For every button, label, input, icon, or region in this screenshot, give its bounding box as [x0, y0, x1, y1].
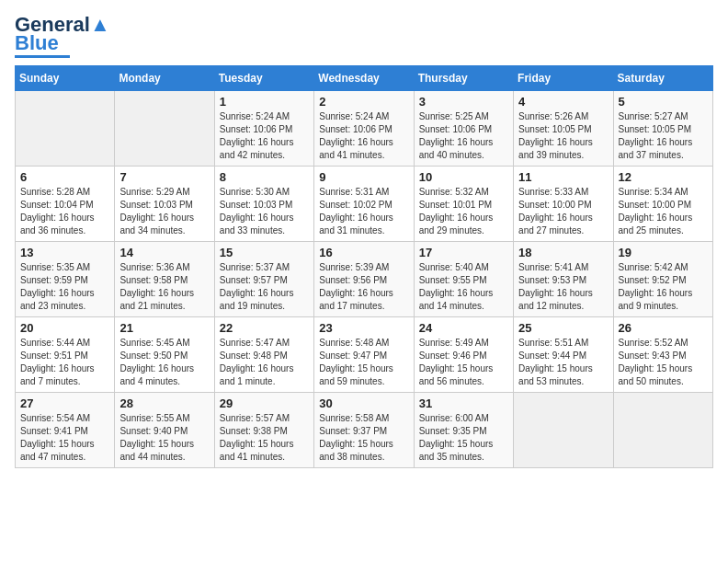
calendar-table: SundayMondayTuesdayWednesdayThursdayFrid… — [15, 65, 713, 468]
day-detail: Sunrise: 5:40 AM Sunset: 9:55 PM Dayligh… — [419, 261, 508, 313]
day-detail: Sunrise: 5:32 AM Sunset: 10:01 PM Daylig… — [419, 186, 508, 237]
day-detail: Sunrise: 5:39 AM Sunset: 9:56 PM Dayligh… — [319, 261, 408, 313]
day-cell: 5Sunrise: 5:27 AM Sunset: 10:05 PM Dayli… — [613, 91, 712, 167]
day-number: 22 — [220, 321, 309, 335]
day-cell: 27Sunrise: 5:54 AM Sunset: 9:41 PM Dayli… — [16, 393, 115, 468]
day-number: 6 — [20, 170, 109, 184]
day-cell: 20Sunrise: 5:44 AM Sunset: 9:51 PM Dayli… — [16, 317, 115, 393]
day-cell: 22Sunrise: 5:47 AM Sunset: 9:48 PM Dayli… — [214, 317, 313, 393]
day-detail: Sunrise: 5:31 AM Sunset: 10:02 PM Daylig… — [319, 186, 408, 237]
day-cell: 8Sunrise: 5:30 AM Sunset: 10:03 PM Dayli… — [214, 167, 313, 242]
day-number: 16 — [319, 246, 408, 259]
day-cell: 12Sunrise: 5:34 AM Sunset: 10:00 PM Dayl… — [613, 167, 712, 242]
header-wednesday: Wednesday — [314, 66, 414, 91]
day-number: 17 — [419, 246, 508, 259]
week-row-3: 13Sunrise: 5:35 AM Sunset: 9:59 PM Dayli… — [16, 242, 713, 317]
day-cell: 9Sunrise: 5:31 AM Sunset: 10:02 PM Dayli… — [314, 167, 414, 242]
day-cell: 1Sunrise: 5:24 AM Sunset: 10:06 PM Dayli… — [214, 91, 313, 167]
day-number: 11 — [518, 170, 608, 184]
day-cell: 3Sunrise: 5:25 AM Sunset: 10:06 PM Dayli… — [414, 91, 513, 167]
day-cell — [16, 91, 115, 167]
day-number: 28 — [119, 396, 209, 410]
day-number: 15 — [220, 246, 309, 259]
logo: General▲ Blue — [15, 15, 110, 58]
day-cell: 6Sunrise: 5:28 AM Sunset: 10:04 PM Dayli… — [16, 167, 115, 242]
header-saturday: Saturday — [613, 66, 712, 91]
day-cell: 2Sunrise: 5:24 AM Sunset: 10:06 PM Dayli… — [314, 91, 414, 167]
day-detail: Sunrise: 5:26 AM Sunset: 10:05 PM Daylig… — [518, 110, 608, 162]
header-friday: Friday — [514, 66, 613, 91]
day-number: 13 — [20, 246, 109, 259]
page-header: General▲ Blue — [15, 15, 713, 58]
day-cell: 31Sunrise: 6:00 AM Sunset: 9:35 PM Dayli… — [414, 393, 513, 468]
day-cell: 24Sunrise: 5:49 AM Sunset: 9:46 PM Dayli… — [414, 317, 513, 393]
day-number: 9 — [319, 170, 408, 184]
day-number: 24 — [419, 321, 508, 335]
day-detail: Sunrise: 5:35 AM Sunset: 9:59 PM Dayligh… — [20, 261, 109, 313]
day-number: 21 — [119, 321, 209, 335]
day-detail: Sunrise: 5:24 AM Sunset: 10:06 PM Daylig… — [220, 110, 309, 162]
day-detail: Sunrise: 5:27 AM Sunset: 10:05 PM Daylig… — [619, 110, 708, 162]
week-row-1: 1Sunrise: 5:24 AM Sunset: 10:06 PM Dayli… — [16, 91, 713, 167]
day-cell: 11Sunrise: 5:33 AM Sunset: 10:00 PM Dayl… — [514, 167, 613, 242]
week-row-4: 20Sunrise: 5:44 AM Sunset: 9:51 PM Dayli… — [16, 317, 713, 393]
day-detail: Sunrise: 5:45 AM Sunset: 9:50 PM Dayligh… — [119, 337, 209, 388]
day-number: 30 — [319, 396, 408, 410]
day-detail: Sunrise: 5:55 AM Sunset: 9:40 PM Dayligh… — [119, 412, 209, 464]
week-row-5: 27Sunrise: 5:54 AM Sunset: 9:41 PM Dayli… — [16, 393, 713, 468]
day-detail: Sunrise: 5:44 AM Sunset: 9:51 PM Dayligh… — [20, 337, 109, 388]
day-detail: Sunrise: 5:28 AM Sunset: 10:04 PM Daylig… — [20, 186, 109, 237]
day-detail: Sunrise: 5:48 AM Sunset: 9:47 PM Dayligh… — [319, 337, 408, 388]
day-detail: Sunrise: 5:33 AM Sunset: 10:00 PM Daylig… — [518, 186, 608, 237]
day-cell: 13Sunrise: 5:35 AM Sunset: 9:59 PM Dayli… — [16, 242, 115, 317]
day-cell: 15Sunrise: 5:37 AM Sunset: 9:57 PM Dayli… — [214, 242, 313, 317]
logo-text-blue: Blue — [15, 33, 59, 53]
day-number: 19 — [619, 246, 708, 259]
day-cell: 4Sunrise: 5:26 AM Sunset: 10:05 PM Dayli… — [514, 91, 613, 167]
day-number: 29 — [220, 396, 309, 410]
day-number: 2 — [319, 95, 408, 109]
day-cell: 23Sunrise: 5:48 AM Sunset: 9:47 PM Dayli… — [314, 317, 414, 393]
day-detail: Sunrise: 5:29 AM Sunset: 10:03 PM Daylig… — [119, 186, 209, 237]
day-detail: Sunrise: 5:57 AM Sunset: 9:38 PM Dayligh… — [220, 412, 309, 464]
day-cell — [514, 393, 613, 468]
day-number: 14 — [119, 246, 209, 259]
day-cell: 28Sunrise: 5:55 AM Sunset: 9:40 PM Dayli… — [115, 393, 214, 468]
logo-underline — [15, 55, 70, 58]
day-number: 18 — [518, 246, 608, 259]
day-number: 20 — [20, 321, 109, 335]
day-cell: 14Sunrise: 5:36 AM Sunset: 9:58 PM Dayli… — [115, 242, 214, 317]
day-number: 31 — [419, 396, 508, 410]
day-detail: Sunrise: 5:54 AM Sunset: 9:41 PM Dayligh… — [20, 412, 109, 464]
day-cell — [115, 91, 214, 167]
day-detail: Sunrise: 6:00 AM Sunset: 9:35 PM Dayligh… — [419, 412, 508, 464]
day-number: 25 — [518, 321, 608, 335]
header-sunday: Sunday — [16, 66, 115, 91]
day-detail: Sunrise: 5:25 AM Sunset: 10:06 PM Daylig… — [419, 110, 508, 162]
day-cell: 26Sunrise: 5:52 AM Sunset: 9:43 PM Dayli… — [613, 317, 712, 393]
day-cell: 21Sunrise: 5:45 AM Sunset: 9:50 PM Dayli… — [115, 317, 214, 393]
day-number: 4 — [518, 95, 608, 109]
week-row-2: 6Sunrise: 5:28 AM Sunset: 10:04 PM Dayli… — [16, 167, 713, 242]
day-number: 10 — [419, 170, 508, 184]
day-detail: Sunrise: 5:58 AM Sunset: 9:37 PM Dayligh… — [319, 412, 408, 464]
calendar-header-row: SundayMondayTuesdayWednesdayThursdayFrid… — [16, 66, 713, 91]
day-number: 7 — [119, 170, 209, 184]
day-detail: Sunrise: 5:34 AM Sunset: 10:00 PM Daylig… — [619, 186, 708, 237]
day-cell: 10Sunrise: 5:32 AM Sunset: 10:01 PM Dayl… — [414, 167, 513, 242]
day-detail: Sunrise: 5:30 AM Sunset: 10:03 PM Daylig… — [220, 186, 309, 237]
day-detail: Sunrise: 5:24 AM Sunset: 10:06 PM Daylig… — [319, 110, 408, 162]
day-detail: Sunrise: 5:51 AM Sunset: 9:44 PM Dayligh… — [518, 337, 608, 388]
day-detail: Sunrise: 5:42 AM Sunset: 9:52 PM Dayligh… — [619, 261, 708, 313]
day-cell: 16Sunrise: 5:39 AM Sunset: 9:56 PM Dayli… — [314, 242, 414, 317]
day-number: 23 — [319, 321, 408, 335]
day-detail: Sunrise: 5:36 AM Sunset: 9:58 PM Dayligh… — [119, 261, 209, 313]
header-thursday: Thursday — [414, 66, 513, 91]
day-number: 26 — [619, 321, 708, 335]
day-number: 3 — [419, 95, 508, 109]
day-detail: Sunrise: 5:49 AM Sunset: 9:46 PM Dayligh… — [419, 337, 508, 388]
day-detail: Sunrise: 5:47 AM Sunset: 9:48 PM Dayligh… — [220, 337, 309, 388]
day-cell: 7Sunrise: 5:29 AM Sunset: 10:03 PM Dayli… — [115, 167, 214, 242]
day-detail: Sunrise: 5:52 AM Sunset: 9:43 PM Dayligh… — [619, 337, 708, 388]
day-number: 12 — [619, 170, 708, 184]
